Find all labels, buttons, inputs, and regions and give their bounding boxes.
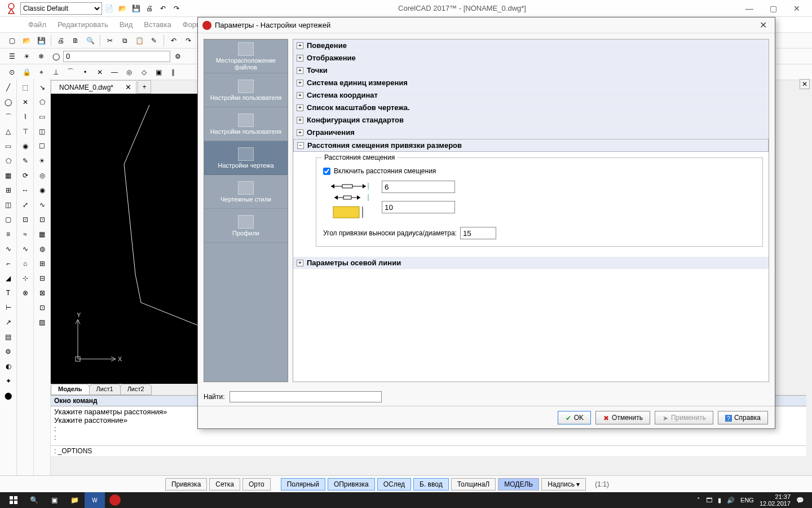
status-osnap[interactable]: ОПривязка — [328, 478, 375, 491]
layer-props-icon[interactable]: ⚙ — [171, 50, 184, 63]
snap-quad-icon[interactable]: ◇ — [138, 66, 150, 78]
mod-11-icon[interactable]: ≈ — [19, 228, 32, 240]
obj-5-icon[interactable]: ☐ — [36, 140, 48, 152]
snap-perp-icon[interactable]: ⊥ — [50, 66, 62, 78]
mod-5-icon[interactable]: ◉ — [19, 140, 32, 152]
dim-icon[interactable]: ⊢ — [2, 301, 15, 314]
mod-3-icon[interactable]: ⌇ — [19, 111, 32, 123]
status-snap[interactable]: Привязка — [165, 478, 207, 491]
enable-offset-checkbox[interactable] — [323, 168, 330, 175]
mod-13-icon[interactable]: ⌂ — [19, 257, 32, 270]
mod-8-icon[interactable]: ↔ — [19, 184, 32, 196]
tray-notifications-icon[interactable]: 💬 — [796, 497, 804, 504]
tray-volume-icon[interactable]: 🔊 — [727, 497, 735, 504]
help-button[interactable]: Справка — [718, 411, 768, 424]
obj-6-icon[interactable]: ☀ — [36, 155, 48, 167]
mod-2-icon[interactable]: ✕ — [19, 96, 32, 108]
offset-value-1-input[interactable] — [382, 181, 455, 193]
mod-15-icon[interactable]: ⊗ — [19, 287, 32, 299]
layer-name-input[interactable] — [63, 51, 170, 62]
tb-print-icon[interactable]: 🖨 — [55, 34, 67, 47]
obj-11-icon[interactable]: ▦ — [36, 228, 48, 240]
status-dyn[interactable]: Б. ввод — [413, 478, 449, 491]
offset-value-2-input[interactable] — [382, 201, 455, 213]
snap-ext-icon[interactable]: — — [108, 66, 121, 78]
obj-8-icon[interactable]: ◉ — [36, 184, 48, 196]
tb-search-icon[interactable]: 🔍 — [84, 34, 96, 47]
obj-15-icon[interactable]: ⊠ — [36, 287, 48, 299]
obj-3-icon[interactable]: ▭ — [36, 111, 48, 123]
tool-22-icon[interactable]: ⬤ — [2, 389, 15, 402]
mod-7-icon[interactable]: ⟳ — [19, 169, 32, 182]
tree-centerline[interactable]: +Параметры осевой линии — [293, 257, 769, 269]
snap-int-icon[interactable]: ✕ — [94, 66, 106, 78]
save-icon[interactable]: 💾 — [130, 3, 142, 14]
category-user-settings-1[interactable]: Настройки пользователя — [204, 73, 288, 107]
drawing-canvas[interactable]: Y X — [51, 94, 197, 384]
tool-21-icon[interactable]: ✦ — [2, 375, 15, 387]
snap-mid-icon[interactable]: ⌖ — [35, 66, 47, 78]
new-tab-button[interactable]: + — [138, 80, 151, 94]
obj-9-icon[interactable]: ∿ — [36, 199, 48, 211]
tree-units[interactable]: +Система единиц измерения — [293, 77, 769, 89]
tb-save-icon[interactable]: 💾 — [35, 34, 47, 47]
status-polar[interactable]: Полярный — [281, 478, 325, 491]
cancel-button[interactable]: Отменить — [595, 411, 650, 424]
grid-icon[interactable]: ⊞ — [2, 184, 15, 196]
minimize-button[interactable]: — — [741, 3, 758, 14]
category-drawing-settings[interactable]: Настройки чертежа — [204, 141, 288, 175]
tb-pencil-icon[interactable]: ✎ — [148, 34, 160, 47]
command-input[interactable]: : _OPTIONS — [51, 445, 806, 456]
tray-clock[interactable]: 21:37 12.02.2017 — [760, 493, 791, 507]
mod-1-icon[interactable]: ⬚ — [19, 81, 32, 94]
sheet-tab-list2[interactable]: Лист2 — [120, 384, 152, 395]
obj-12-icon[interactable]: ◍ — [36, 243, 48, 255]
ok-button[interactable]: OK — [558, 411, 591, 424]
spline-icon[interactable]: ∿ — [2, 243, 15, 255]
tray-lang[interactable]: ENG — [740, 497, 754, 503]
explorer-icon[interactable]: 📁 — [64, 492, 85, 508]
snap-endpoint-icon[interactable]: ⊙ — [6, 66, 18, 78]
corelcad-task-icon[interactable] — [109, 494, 121, 506]
layer-sun-icon[interactable]: ☀ — [20, 50, 33, 63]
tree-scales[interactable]: +Список масштабов чертежа. — [293, 102, 769, 114]
tb-copy-icon[interactable]: ⧉ — [118, 34, 131, 47]
word-icon[interactable]: W — [85, 492, 105, 508]
snap-lock-icon[interactable]: 🔒 — [20, 66, 33, 78]
mirror-icon[interactable]: △ — [2, 125, 15, 138]
find-input[interactable] — [230, 391, 382, 402]
obj-14-icon[interactable]: ⊟ — [36, 272, 48, 284]
tb-paste-icon[interactable]: 📋 — [133, 34, 145, 47]
obj-7-icon[interactable]: ◎ — [36, 169, 48, 182]
status-ortho[interactable]: Орто — [242, 478, 271, 491]
obj-10-icon[interactable]: ⊡ — [36, 213, 48, 226]
tray-battery-icon[interactable]: ▮ — [718, 497, 721, 504]
obj-1-icon[interactable]: ↘ — [36, 81, 48, 94]
tree-display[interactable]: +Отображение — [293, 52, 769, 64]
tray-chevron-icon[interactable]: ˄ — [697, 497, 700, 504]
fillet-icon[interactable]: ⌐ — [2, 257, 15, 270]
tb-preview-icon[interactable]: 🗎 — [69, 34, 82, 47]
arc-tool-icon[interactable]: ⌒ — [2, 111, 15, 123]
region-icon[interactable]: ◫ — [2, 199, 15, 211]
obj-4-icon[interactable]: ◫ — [36, 125, 48, 138]
print-icon[interactable]: 🖨 — [144, 3, 155, 14]
style-selector[interactable]: Classic Default — [20, 2, 102, 15]
menu-insert[interactable]: Вставка — [138, 18, 176, 31]
leader-icon[interactable]: ↗ — [2, 316, 15, 329]
mod-14-icon[interactable]: ⊹ — [19, 272, 32, 284]
settings-icon[interactable]: ⚙ — [2, 345, 15, 358]
tool-20-icon[interactable]: ◐ — [2, 360, 15, 373]
start-button[interactable] — [3, 492, 24, 508]
menu-edit[interactable]: Редактировать — [52, 18, 114, 31]
snap-node-icon[interactable]: • — [79, 66, 91, 78]
tree-dim-offset[interactable]: −Расстояния смещения привязки размеров — [293, 139, 769, 152]
rect-icon[interactable]: ▭ — [2, 140, 15, 152]
mod-12-icon[interactable]: ∿ — [19, 243, 32, 255]
mod-6-icon[interactable]: ✎ — [19, 155, 32, 167]
circle-tool-icon[interactable]: ◯ — [2, 96, 15, 108]
mod-4-icon[interactable]: ⊤ — [19, 125, 32, 138]
task-view-icon[interactable]: ▣ — [44, 492, 64, 508]
tb-new-icon[interactable]: ▢ — [6, 34, 18, 47]
menu-file[interactable]: Файл — [23, 18, 52, 31]
